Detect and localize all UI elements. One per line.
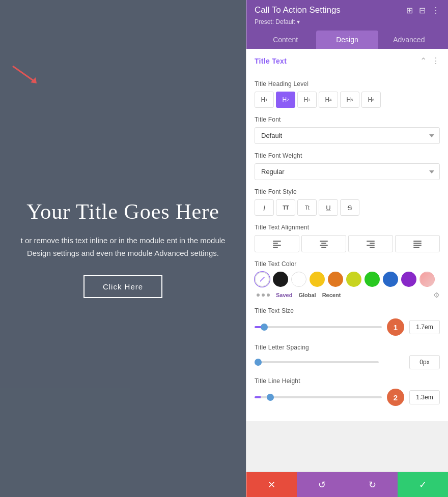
align-left-btn[interactable] bbox=[255, 235, 299, 252]
svg-rect-2 bbox=[273, 241, 281, 242]
line-height-badge: 2 bbox=[387, 389, 404, 406]
section-more-icon[interactable]: ⋮ bbox=[432, 56, 440, 66]
align-buttons bbox=[255, 235, 440, 252]
line-height-input[interactable] bbox=[409, 390, 440, 404]
preview-body: t or remove this text inline or in the m… bbox=[10, 234, 236, 260]
line-height-label: Title Line Height bbox=[255, 377, 440, 385]
uppercase-btn[interactable]: TT bbox=[276, 199, 295, 216]
color-blue-swatch[interactable] bbox=[383, 272, 398, 287]
svg-rect-6 bbox=[320, 241, 328, 242]
section-header-icons: ⌃ ⋮ bbox=[420, 56, 440, 66]
title-text-section: Title Text ⌃ ⋮ Title Heading Level H1 H2… bbox=[246, 49, 448, 421]
panel-header-top: Call To Action Settings ⊞ ⊟ ⋮ bbox=[255, 5, 440, 15]
tab-advanced[interactable]: Advanced bbox=[378, 31, 440, 49]
svg-rect-15 bbox=[413, 243, 422, 244]
italic-btn[interactable]: I bbox=[255, 199, 274, 216]
color-lime-swatch[interactable] bbox=[346, 272, 361, 287]
svg-rect-7 bbox=[321, 243, 326, 244]
section-collapse-icon[interactable]: ⌃ bbox=[420, 56, 427, 66]
align-center-icon bbox=[320, 240, 328, 248]
heading-h3-btn[interactable]: H3 bbox=[297, 92, 317, 108]
align-right-btn[interactable] bbox=[348, 235, 393, 252]
color-settings-icon[interactable]: ⚙ bbox=[433, 291, 440, 299]
font-select[interactable]: Default bbox=[255, 127, 440, 144]
color-yellow-swatch[interactable] bbox=[310, 272, 325, 287]
svg-marker-1 bbox=[31, 77, 37, 83]
preview-title: Your Title Goes Here bbox=[10, 199, 236, 224]
preset-label[interactable]: Preset: Default bbox=[255, 18, 295, 25]
font-label: Title Font bbox=[255, 116, 440, 123]
svg-rect-11 bbox=[370, 243, 375, 244]
tab-content[interactable]: Content bbox=[255, 31, 316, 49]
letter-spacing-slider[interactable] bbox=[255, 361, 379, 363]
align-center-btn[interactable] bbox=[301, 235, 346, 252]
svg-rect-3 bbox=[273, 243, 278, 244]
letter-spacing-input[interactable] bbox=[409, 355, 440, 369]
undo-button[interactable]: ↺ bbox=[297, 472, 347, 497]
text-alignment-label: Title Text Alignment bbox=[255, 224, 440, 231]
text-size-label: Title Text Size bbox=[255, 307, 440, 314]
text-size-slider-row: 1 bbox=[255, 318, 440, 336]
strikethrough-btn[interactable]: S bbox=[340, 199, 359, 216]
underline-btn[interactable]: U bbox=[319, 199, 338, 216]
panel-toolbar: ✕ ↺ ↻ ✓ bbox=[246, 472, 448, 497]
color-dot-1 bbox=[257, 294, 260, 297]
panel-header: Call To Action Settings ⊞ ⊟ ⋮ Preset: De… bbox=[246, 0, 448, 49]
heading-h4-btn[interactable]: H4 bbox=[319, 92, 338, 108]
panel-title: Call To Action Settings bbox=[255, 5, 341, 15]
font-style-label: Title Font Style bbox=[255, 188, 440, 195]
svg-rect-10 bbox=[367, 241, 375, 242]
align-right-icon bbox=[367, 240, 375, 248]
panel-body: Title Text ⌃ ⋮ Title Heading Level H1 H2… bbox=[246, 49, 448, 472]
preview-cta-button[interactable]: Click Here bbox=[83, 275, 162, 298]
arrow-indicator bbox=[10, 61, 41, 89]
color-orange-swatch[interactable] bbox=[328, 272, 343, 287]
svg-rect-9 bbox=[321, 247, 326, 248]
letter-spacing-label: Title Letter Spacing bbox=[255, 344, 440, 351]
save-button[interactable]: ✓ bbox=[398, 472, 448, 497]
capitalize-btn[interactable]: Tt bbox=[297, 199, 317, 216]
preset-chevron-icon[interactable]: ▾ bbox=[297, 18, 300, 25]
tabs-container: Content Design Advanced bbox=[255, 31, 440, 49]
font-weight-select[interactable]: Regular bbox=[255, 163, 440, 180]
line-height-slider[interactable] bbox=[255, 396, 382, 398]
text-alignment-field: Title Text Alignment bbox=[255, 224, 440, 252]
font-field: Title Font Default bbox=[255, 116, 440, 144]
heading-h6-btn[interactable]: H6 bbox=[361, 92, 381, 108]
section-title: Title Text bbox=[255, 57, 287, 65]
color-saved-label[interactable]: Saved bbox=[276, 292, 292, 298]
tab-design[interactable]: Design bbox=[316, 31, 378, 49]
color-recent-label[interactable]: Recent bbox=[322, 292, 341, 298]
svg-rect-12 bbox=[367, 245, 375, 246]
columns-icon[interactable]: ⊟ bbox=[419, 6, 426, 15]
color-purple-swatch[interactable] bbox=[401, 272, 416, 287]
color-green-swatch[interactable] bbox=[365, 272, 380, 287]
resize-icon[interactable]: ⊞ bbox=[406, 6, 413, 15]
redo-button[interactable]: ↻ bbox=[347, 472, 398, 497]
heading-h1-btn[interactable]: H1 bbox=[255, 92, 274, 108]
cancel-button[interactable]: ✕ bbox=[246, 472, 297, 497]
section-header: Title Text ⌃ ⋮ bbox=[246, 49, 448, 73]
color-dot-2 bbox=[262, 294, 265, 297]
heading-buttons: H1 H2 H3 H4 H5 H6 bbox=[255, 92, 440, 108]
color-picker-swatch[interactable] bbox=[255, 272, 270, 287]
more-options-icon[interactable]: ⋮ bbox=[432, 6, 440, 15]
preview-area: Your Title Goes Here t or remove this te… bbox=[0, 0, 246, 497]
panel-header-icons: ⊞ ⊟ ⋮ bbox=[406, 6, 440, 15]
color-eraser-swatch[interactable] bbox=[419, 272, 435, 287]
color-swatches bbox=[255, 272, 440, 287]
svg-rect-8 bbox=[320, 245, 328, 246]
color-black-swatch[interactable] bbox=[273, 272, 288, 287]
color-global-label[interactable]: Global bbox=[298, 292, 316, 298]
heading-h2-btn[interactable]: H2 bbox=[276, 92, 295, 108]
color-white-swatch[interactable] bbox=[291, 272, 306, 287]
heading-h5-btn[interactable]: H5 bbox=[340, 92, 359, 108]
letter-spacing-slider-row bbox=[255, 355, 440, 369]
text-size-slider[interactable] bbox=[255, 326, 382, 328]
svg-rect-17 bbox=[413, 247, 419, 248]
heading-level-field: Title Heading Level H1 H2 H3 H4 H5 H6 bbox=[255, 80, 440, 108]
color-dot-3 bbox=[267, 294, 270, 297]
svg-rect-14 bbox=[413, 241, 422, 242]
text-size-input[interactable] bbox=[409, 320, 440, 334]
align-justify-btn[interactable] bbox=[395, 235, 440, 252]
